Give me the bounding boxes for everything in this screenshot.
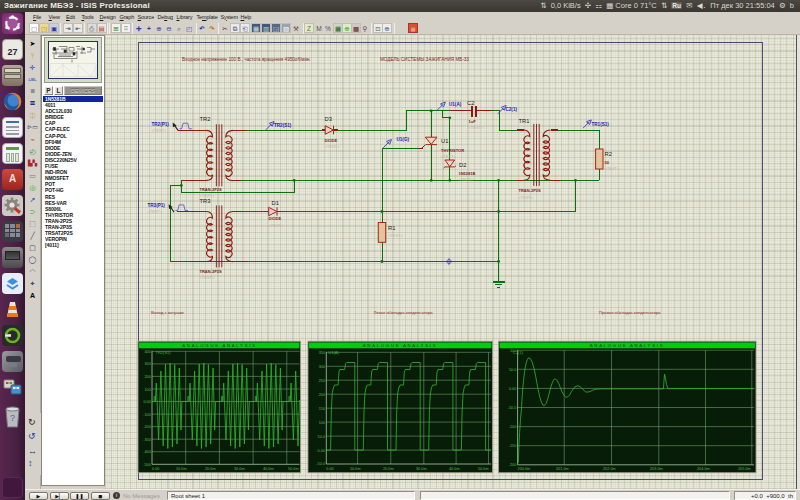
svg-text:-200: -200: [509, 463, 517, 467]
svg-text:-300: -300: [143, 438, 151, 442]
svg-text:300: 300: [144, 362, 150, 366]
svg-text:THYRISTOR: THYRISTOR: [441, 148, 464, 153]
svg-text:DIODE: DIODE: [269, 216, 282, 221]
svg-text:TR3: TR3: [200, 198, 211, 204]
svg-text:-200: -200: [143, 425, 151, 429]
svg-text:U1(G): U1(G): [397, 137, 410, 142]
svg-text:0.00: 0.00: [509, 387, 516, 391]
svg-text:<TEXT>: <TEXT>: [269, 223, 285, 228]
svg-text:Входное напряжение 100 В., час: Входное напряжение 100 В., частота враще…: [182, 57, 311, 62]
svg-text:40.0m: 40.0m: [263, 467, 274, 471]
svg-text:МОДЕЛЬ СИСТЕМЫ ЗАЖИГАНИЯ МБ-3: МОДЕЛЬ СИСТЕМЫ ЗАЖИГАНИЯ МБ-33: [380, 57, 469, 62]
svg-text:D3: D3: [325, 116, 332, 122]
svg-text:20.0m: 20.0m: [205, 467, 216, 471]
svg-text:<TEXT>: <TEXT>: [325, 144, 341, 149]
svg-text:202.0m: 202.0m: [603, 467, 616, 471]
svg-text:U1(A): U1(A): [449, 102, 462, 107]
svg-text:50: 50: [605, 160, 610, 165]
svg-text:C2(1): C2(1): [513, 350, 524, 355]
svg-text:10.0m: 10.0m: [176, 467, 187, 471]
svg-text:0.00: 0.00: [152, 467, 159, 471]
svg-text:30.0m: 30.0m: [416, 467, 427, 471]
svg-text:C2(1): C2(1): [506, 107, 518, 112]
svg-text:50.0: 50.0: [509, 368, 516, 372]
svg-text:50.0m: 50.0m: [288, 467, 299, 471]
svg-text:40.0m: 40.0m: [449, 467, 460, 471]
svg-text:0.00: 0.00: [318, 449, 325, 453]
svg-text:TR1(S1): TR1(S1): [592, 122, 610, 127]
svg-text:-100: -100: [509, 425, 517, 429]
svg-text:0.00: 0.00: [326, 467, 333, 471]
svg-text:200.0m: 200.0m: [518, 467, 531, 471]
svg-text:300: 300: [319, 365, 325, 369]
svg-text:400: 400: [144, 350, 150, 354]
svg-text:TRAN-2P2S: TRAN-2P2S: [519, 188, 542, 193]
svg-text:U1: U1: [441, 138, 448, 144]
svg-text:TR3(P1): TR3(P1): [148, 203, 166, 208]
svg-text:R2: R2: [605, 151, 612, 157]
svg-text:DIODE: DIODE: [325, 138, 338, 143]
svg-text:30.0m: 30.0m: [234, 467, 245, 471]
svg-text:R1: R1: [388, 225, 395, 231]
svg-text:<TEXT>: <TEXT>: [152, 128, 168, 133]
svg-text:<TEXT>: <TEXT>: [469, 125, 485, 130]
svg-text:<TEXT>: <TEXT>: [148, 209, 164, 214]
svg-text:<TEXT>: <TEXT>: [200, 193, 216, 198]
svg-text:?: ?: [10, 413, 15, 423]
svg-text:<TEXT>: <TEXT>: [459, 177, 475, 182]
svg-text:Левая обкладка конденсатора: Левая обкладка конденсатора: [374, 310, 434, 315]
svg-text:100: 100: [144, 388, 150, 392]
svg-text:200: 200: [144, 375, 150, 379]
svg-text:1N5281B: 1N5281B: [459, 171, 476, 176]
svg-text:D2: D2: [459, 162, 466, 168]
svg-text:<TEXT>: <TEXT>: [388, 233, 404, 238]
svg-text:50.0m: 50.0m: [478, 467, 489, 471]
svg-text:ANALOGUE ANALYSIS: ANALOGUE ANALYSIS: [363, 343, 437, 348]
svg-text:-500: -500: [143, 463, 151, 467]
svg-text:TR2: TR2: [200, 116, 211, 122]
svg-text:200: 200: [319, 393, 325, 397]
svg-text:ANALOGUE ANALYSIS: ANALOGUE ANALYSIS: [590, 343, 664, 348]
svg-text:204.0m: 204.0m: [697, 467, 710, 471]
svg-text:-400: -400: [143, 450, 151, 454]
svg-text:-150: -150: [509, 444, 517, 448]
svg-text:TR2(P1): TR2(P1): [152, 122, 170, 127]
svg-text:Правая обкладка конденсатора: Правая обкладка конденсатора: [599, 310, 661, 315]
svg-text:-100: -100: [143, 413, 151, 417]
svg-text:201.0m: 201.0m: [556, 467, 569, 471]
svg-text:C2: C2: [467, 100, 474, 106]
svg-text:203.0m: 203.0m: [650, 467, 663, 471]
svg-text:250: 250: [319, 379, 325, 383]
svg-text:TR1: TR1: [519, 118, 530, 124]
svg-text:20.0m: 20.0m: [383, 467, 394, 471]
svg-text:<TEXT>: <TEXT>: [441, 154, 457, 159]
svg-text:350: 350: [319, 351, 325, 355]
svg-text:50.0: 50.0: [318, 435, 325, 439]
svg-text:0.00: 0.00: [143, 400, 150, 404]
svg-text:TRAN-2P2S: TRAN-2P2S: [200, 269, 223, 274]
svg-text:<TEXT>: <TEXT>: [605, 166, 621, 171]
svg-text:<TEXT>: <TEXT>: [519, 195, 535, 200]
svg-text:Выход с катушки: Выход с катушки: [151, 310, 184, 315]
svg-text:TRAN-2P2S: TRAN-2P2S: [200, 187, 223, 192]
svg-text:D1: D1: [272, 200, 279, 206]
svg-text:U1(A): U1(A): [328, 350, 339, 355]
svg-text:205.0m: 205.0m: [738, 467, 751, 471]
svg-text:TR2(S1): TR2(S1): [156, 350, 172, 355]
svg-text:TR2(S1): TR2(S1): [274, 123, 292, 128]
svg-text:100: 100: [319, 421, 325, 425]
svg-text:ANALOGUE ANALYSIS: ANALOGUE ANALYSIS: [182, 343, 256, 348]
svg-text:-50.0: -50.0: [316, 462, 325, 466]
svg-text:10.0m: 10.0m: [350, 467, 361, 471]
svg-text:<TEXT>: <TEXT>: [200, 275, 216, 280]
svg-text:-50.0: -50.0: [508, 406, 517, 410]
svg-text:150: 150: [319, 407, 325, 411]
svg-text:1uF: 1uF: [469, 119, 477, 124]
